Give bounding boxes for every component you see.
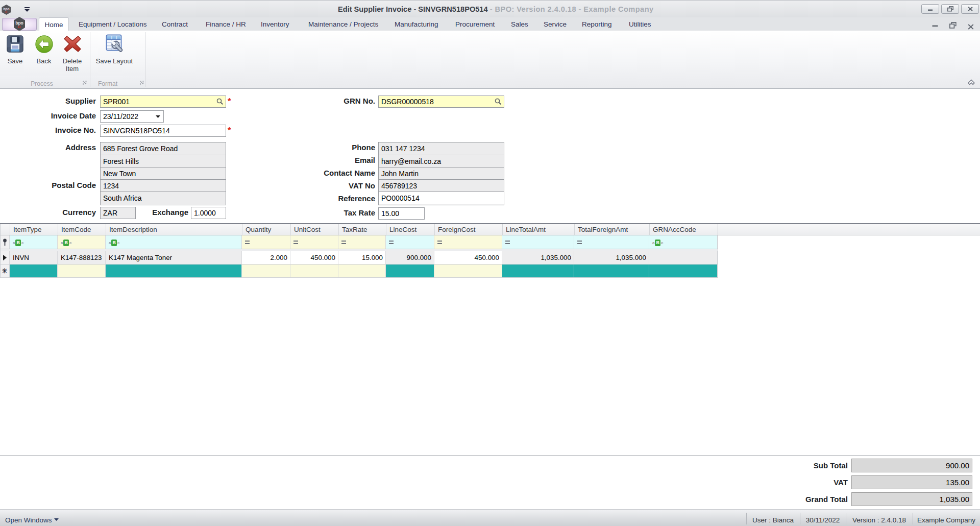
svg-text:bpo: bpo [4, 7, 10, 11]
svg-text:bpo: bpo [15, 20, 23, 26]
